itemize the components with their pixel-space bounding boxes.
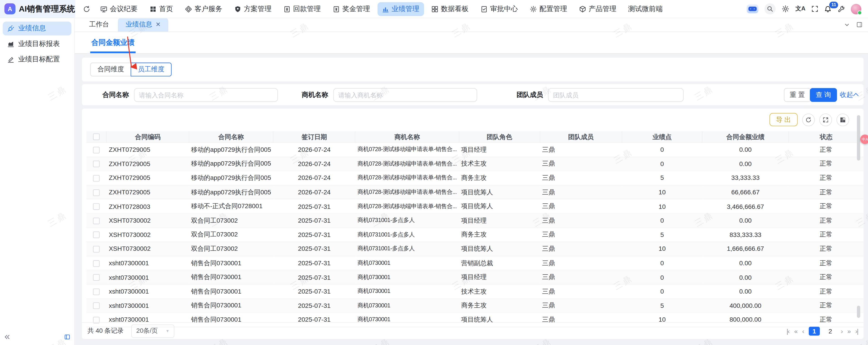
table-row[interactable]: ZXHT0729005移动的app0729执行合同0052026-07-24商机… xyxy=(87,142,864,157)
collapse-filters-link[interactable]: 收起 xyxy=(840,90,859,100)
row-checkbox[interactable] xyxy=(93,246,100,252)
filter-input-商机名称[interactable] xyxy=(333,88,477,102)
row-checkbox[interactable] xyxy=(93,303,100,309)
table-row[interactable]: xsht07300001销售合同07300012025-07-31商机07300… xyxy=(87,284,864,298)
nav-item-客户服务[interactable]: 客户服务 xyxy=(180,2,226,16)
row-checkbox[interactable] xyxy=(93,288,100,295)
cell-合同名称: 移动不-正式合同0728001 xyxy=(189,199,273,213)
dimension-tab-合同维度[interactable]: 合同维度 xyxy=(90,62,131,76)
column-header-团队角色: 团队角色 xyxy=(459,131,540,142)
ai-assistant-icon[interactable] xyxy=(747,4,758,13)
nav-item-数据看板[interactable]: 数据看板 xyxy=(427,2,473,16)
tab-list-chevron-down-icon[interactable] xyxy=(844,20,850,30)
tab-contract-amount-performance[interactable]: 合同金额业绩 xyxy=(90,38,136,53)
pin-sidebar-icon[interactable] xyxy=(64,332,70,342)
sidebar-item-业绩信息[interactable]: 业绩信息 xyxy=(3,22,71,35)
row-checkbox[interactable] xyxy=(93,232,100,238)
cell-团队成员: 三鼎 xyxy=(540,270,622,285)
translate-icon[interactable]: 文A xyxy=(795,5,805,13)
tab-layout-icon[interactable] xyxy=(857,20,863,30)
cell-合同金额业绩: 0.00 xyxy=(702,256,788,270)
nav-item-回款管理[interactable]: 回款管理 xyxy=(279,2,325,16)
search-button[interactable]: 查 询 xyxy=(810,88,837,102)
column-settings-icon[interactable] xyxy=(837,113,849,126)
select-all-checkbox[interactable] xyxy=(93,134,99,140)
table-row[interactable]: xsht07300001销售合同07300012025-07-31商机07300… xyxy=(87,298,864,313)
nav-item-配置管理[interactable]: 配置管理 xyxy=(525,2,571,16)
next-page-button[interactable]: › xyxy=(841,327,842,334)
jump-forward-button[interactable]: » xyxy=(847,327,850,334)
tools-wrench-icon[interactable] xyxy=(837,5,845,12)
collapse-sidebar-icon[interactable] xyxy=(4,332,10,342)
app-title: AI销售管理系统 xyxy=(19,4,75,14)
table-row[interactable]: ZXHT0729005移动的app0729执行合同0052026-07-24商机… xyxy=(87,171,864,185)
row-checkbox[interactable] xyxy=(93,161,100,167)
row-checkbox[interactable] xyxy=(93,260,100,267)
cell-商机名称: 商机0731001-多点多人 xyxy=(355,228,459,242)
dimension-tab-员工维度[interactable]: 员工维度 xyxy=(130,62,172,76)
table-row[interactable]: xsht07300001销售合同07300012025-07-31商机07300… xyxy=(87,256,864,270)
filter-input-团队成员[interactable] xyxy=(548,88,684,102)
nav-item-产品管理[interactable]: 产品管理 xyxy=(574,2,621,16)
expand-table-icon[interactable] xyxy=(819,113,832,126)
vertical-scrollbar-thumb[interactable] xyxy=(857,115,860,161)
floating-translate-button[interactable]: 中A xyxy=(860,135,868,144)
user-avatar[interactable] xyxy=(851,4,861,14)
cell-签订日期: 2025-07-31 xyxy=(273,256,355,270)
table-row[interactable]: ZXHT0728003移动不-正式合同07280012025-07-31商机07… xyxy=(87,199,864,213)
nav-item-奖金管理[interactable]: 奖金管理 xyxy=(328,2,374,16)
sidebar-item-业绩目标报表[interactable]: 业绩目标报表 xyxy=(3,37,71,51)
nav-item-方案管理[interactable]: 方案管理 xyxy=(229,2,276,16)
fullscreen-icon[interactable] xyxy=(811,5,818,12)
nav-item-会议纪要[interactable]: 会议纪要 xyxy=(95,2,142,16)
cell-团队成员: 三鼎 xyxy=(540,199,622,213)
page-size-select[interactable]: 20条/页 ▼ xyxy=(131,324,175,338)
cell-合同金额业绩: 400,000.00 xyxy=(702,298,788,313)
page-number-2[interactable]: 2 xyxy=(825,326,836,335)
page-tab-业绩信息[interactable]: 业绩信息✕ xyxy=(118,18,168,31)
row-checkbox[interactable] xyxy=(93,218,100,224)
cell-合同编码: ZXHT0729005 xyxy=(106,171,189,185)
search-icon[interactable] xyxy=(764,3,775,15)
table-row[interactable]: ZXHT0729005移动的app0729执行合同0052026-07-24商机… xyxy=(87,185,864,199)
config-icon xyxy=(529,5,537,12)
cell-业绩点: 0 xyxy=(622,284,703,298)
jump-back-button[interactable]: « xyxy=(794,327,797,334)
settings-gear-icon[interactable] xyxy=(781,5,789,13)
nav-item-业绩管理[interactable]: 业绩管理 xyxy=(377,2,424,16)
close-tab-icon[interactable]: ✕ xyxy=(155,21,161,28)
export-button[interactable]: 导 出 xyxy=(769,113,798,126)
notifications-bell-icon[interactable]: 11 xyxy=(824,5,832,12)
table-row[interactable]: ZXHT0729005移动的app0729执行合同0052026-07-24商机… xyxy=(87,157,864,171)
nav-item-首页[interactable]: 首页 xyxy=(145,2,177,16)
nav-item-测试微前端[interactable]: 测试微前端 xyxy=(624,2,667,16)
last-page-button[interactable]: ›| xyxy=(855,327,858,334)
refresh-table-icon[interactable] xyxy=(802,113,815,126)
reset-button[interactable]: 重 置 xyxy=(784,88,811,102)
page-number-1[interactable]: 1 xyxy=(809,326,820,335)
prev-page-button[interactable]: ‹ xyxy=(802,327,804,334)
table-row[interactable]: xsht07300001销售合同07300012025-07-31商机07300… xyxy=(87,270,864,285)
first-page-button[interactable]: |‹ xyxy=(786,327,789,334)
sidebar-item-业绩目标配置[interactable]: 业绩目标配置 xyxy=(3,53,71,66)
filter-label: 团队成员 xyxy=(516,90,543,100)
cell-团队角色: 技术主攻 xyxy=(459,284,540,298)
table-row[interactable]: XSHT0730002双合同工0730022025-07-31商机0731001… xyxy=(87,228,864,242)
cell-合同编码: ZXHT0729005 xyxy=(106,185,189,199)
cell-团队角色: 项目统筹人 xyxy=(459,242,540,256)
row-checkbox[interactable] xyxy=(93,203,100,210)
cell-状态: 正常 xyxy=(788,157,864,171)
refresh-icon[interactable] xyxy=(81,3,93,15)
table-row[interactable]: XSHT0730002双合同工0730022025-07-31商机0731001… xyxy=(87,213,864,228)
row-checkbox[interactable] xyxy=(93,175,100,181)
nav-item-审批中心[interactable]: 审批中心 xyxy=(476,2,522,16)
filter-input-合同名称[interactable] xyxy=(134,88,278,102)
row-checkbox[interactable] xyxy=(93,189,100,196)
cell-合同名称: 移动的app0729执行合同005 xyxy=(189,142,273,157)
table-row[interactable]: XSHT0730002双合同工0730022025-07-31商机0731001… xyxy=(87,242,864,256)
page-tab-工作台[interactable]: 工作台 xyxy=(82,18,117,31)
row-checkbox[interactable] xyxy=(93,147,100,153)
vertical-scrollbar-thumb-bottom[interactable] xyxy=(857,306,860,318)
row-checkbox[interactable] xyxy=(93,274,100,281)
cell-合同金额业绩: 33,333.33 xyxy=(702,171,788,185)
